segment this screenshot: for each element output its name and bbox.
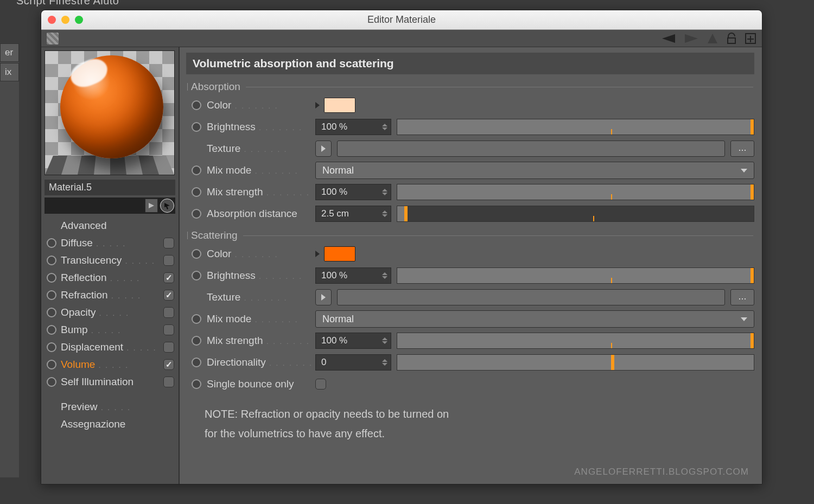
material-name-field[interactable]: Material.5 bbox=[44, 180, 175, 195]
channel-preview[interactable]: Preview bbox=[44, 398, 175, 416]
checkbox[interactable] bbox=[163, 238, 174, 248]
brightness-slider[interactable] bbox=[397, 119, 754, 135]
label: Brightness bbox=[207, 121, 315, 133]
texture-browse-button[interactable]: ... bbox=[730, 289, 754, 305]
brightness-field[interactable]: 100 % bbox=[315, 267, 391, 284]
absorption-texture-row: Texture ... bbox=[186, 139, 754, 158]
texture-path-field[interactable] bbox=[337, 289, 725, 305]
watermark: ANGELOFERRETTI.BLOGSPOT.COM bbox=[574, 467, 749, 477]
radio-icon[interactable] bbox=[192, 122, 201, 132]
radio-icon[interactable] bbox=[192, 336, 201, 346]
material-picker-row bbox=[44, 197, 175, 214]
radio-icon[interactable] bbox=[47, 290, 56, 300]
directionality-slider[interactable] bbox=[397, 354, 754, 371]
radio-icon[interactable] bbox=[192, 100, 201, 110]
channel-opacity[interactable]: Opacity bbox=[44, 304, 175, 321]
menubar-fragment: Script Finestre Aiuto bbox=[16, 0, 119, 7]
brightness-slider[interactable] bbox=[397, 267, 754, 284]
channel-bump[interactable]: Bump bbox=[44, 321, 175, 339]
checker-icon[interactable] bbox=[47, 33, 59, 44]
nav-up-icon bbox=[707, 33, 718, 44]
texture-menu-button[interactable] bbox=[315, 289, 332, 305]
mixstrength-slider[interactable] bbox=[397, 333, 754, 349]
material-editor-window: Editor Materiale Material.5 bbox=[41, 10, 762, 484]
scattering-color-row: Color bbox=[186, 245, 754, 263]
channel-volume[interactable]: Volume bbox=[44, 356, 175, 373]
mixstrength-field[interactable]: 100 % bbox=[315, 184, 391, 200]
sidebar: Material.5 Advanced Diffuse bbox=[41, 47, 180, 484]
label: Color bbox=[207, 248, 315, 260]
material-preview[interactable] bbox=[44, 50, 175, 175]
radio-icon[interactable] bbox=[192, 271, 201, 280]
channel-translucency[interactable]: Translucency bbox=[44, 252, 175, 269]
scattering-texture-row: Texture ... bbox=[186, 288, 754, 307]
checkbox[interactable] bbox=[163, 324, 174, 335]
checkbox[interactable] bbox=[163, 255, 174, 266]
radio-icon[interactable] bbox=[192, 249, 201, 259]
radio-icon[interactable] bbox=[47, 325, 56, 335]
absdist-field[interactable]: 2.5 cm bbox=[315, 206, 391, 222]
channel-displacement[interactable]: Displacement bbox=[44, 339, 175, 356]
window-titlebar[interactable]: Editor Materiale bbox=[41, 10, 762, 30]
texture-path-field[interactable] bbox=[337, 141, 725, 157]
texture-browse-button[interactable]: ... bbox=[730, 141, 754, 157]
radio-icon[interactable] bbox=[192, 379, 201, 389]
checkbox[interactable] bbox=[163, 342, 174, 353]
channel-diffuse[interactable]: Diffuse bbox=[44, 234, 175, 252]
new-tab-icon[interactable] bbox=[745, 33, 756, 44]
radio-icon[interactable] bbox=[192, 358, 201, 367]
radio-icon[interactable] bbox=[192, 209, 201, 219]
radio-icon[interactable] bbox=[47, 308, 56, 317]
radio-icon[interactable] bbox=[47, 360, 56, 369]
mixstrength-field[interactable]: 100 % bbox=[315, 333, 391, 349]
label: Mix strength bbox=[207, 186, 315, 198]
texture-menu-button[interactable] bbox=[315, 141, 332, 157]
picker-arrow-button[interactable] bbox=[145, 199, 158, 213]
disclosure-icon[interactable] bbox=[315, 251, 320, 257]
disclosure-icon[interactable] bbox=[315, 102, 320, 109]
color-swatch[interactable] bbox=[324, 246, 355, 261]
toolbar bbox=[41, 30, 762, 47]
channel-advanced[interactable]: Advanced bbox=[44, 217, 175, 234]
radio-icon[interactable] bbox=[192, 165, 201, 175]
bg-tab: ix bbox=[0, 63, 19, 81]
radio-icon[interactable] bbox=[192, 314, 201, 324]
radio-icon[interactable] bbox=[47, 377, 56, 387]
channel-assegnazione[interactable]: Assegnazione bbox=[44, 416, 175, 433]
mixmode-dropdown[interactable]: Normal bbox=[315, 162, 754, 179]
window-title: Editor Materiale bbox=[41, 14, 762, 25]
color-swatch[interactable] bbox=[324, 98, 355, 113]
singlebounce-checkbox[interactable] bbox=[315, 379, 326, 390]
checkbox[interactable] bbox=[163, 272, 174, 283]
svg-rect-3 bbox=[728, 38, 735, 43]
mixmode-dropdown[interactable]: Normal bbox=[315, 310, 754, 328]
radio-icon[interactable] bbox=[47, 273, 56, 283]
brightness-field[interactable]: 100 % bbox=[315, 119, 391, 135]
scattering-mixmode-row: Mix mode Normal bbox=[186, 310, 754, 328]
lock-icon[interactable] bbox=[726, 33, 737, 44]
footnote: NOTE: Refraction or opacity needs to be … bbox=[205, 404, 754, 443]
directionality-field[interactable]: 0 bbox=[315, 354, 391, 371]
picker-cursor-button[interactable] bbox=[160, 199, 174, 213]
scattering-directionality-row: Directionality 0 bbox=[186, 353, 754, 372]
channel-reflection[interactable]: Reflection bbox=[44, 269, 175, 286]
checkbox[interactable] bbox=[163, 377, 174, 387]
checkbox[interactable] bbox=[163, 290, 174, 301]
radio-icon[interactable] bbox=[47, 342, 56, 352]
absdist-slider[interactable] bbox=[397, 206, 754, 222]
radio-icon[interactable] bbox=[47, 256, 56, 265]
channel-self-illumination[interactable]: Self Illumination bbox=[44, 373, 175, 391]
label: Single bounce only bbox=[207, 378, 315, 390]
svg-marker-7 bbox=[149, 203, 154, 208]
radio-icon[interactable] bbox=[192, 187, 201, 197]
checkbox[interactable] bbox=[163, 359, 174, 370]
label: Texture bbox=[207, 143, 315, 155]
checkbox[interactable] bbox=[163, 307, 174, 318]
radio-icon[interactable] bbox=[47, 238, 56, 248]
channel-list: Advanced Diffuse Translucency Reflection bbox=[44, 217, 175, 433]
mixstrength-slider[interactable] bbox=[397, 184, 754, 200]
bg-tab: er bbox=[0, 43, 19, 62]
absorption-color-row: Color bbox=[186, 96, 754, 114]
channel-refraction[interactable]: Refraction bbox=[44, 286, 175, 304]
nav-back-icon[interactable] bbox=[661, 33, 676, 44]
